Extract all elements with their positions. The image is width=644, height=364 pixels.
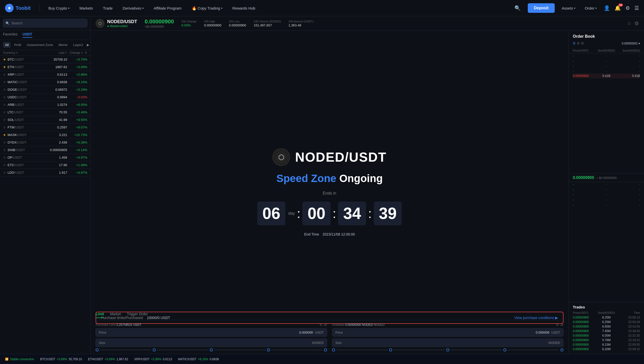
search-input[interactable] xyxy=(3,19,87,27)
buy-refresh-icon[interactable]: ↻ xyxy=(319,323,323,327)
nav-trade[interactable]: Trade xyxy=(100,5,115,12)
coin-row[interactable]: ★ ETH/USDT 1867.62 +3.09% xyxy=(0,63,90,71)
col-header-last[interactable]: Last ⇅ xyxy=(42,51,67,55)
coin-star-icon[interactable]: ☆ xyxy=(3,125,6,129)
search-icon[interactable]: 🔍 xyxy=(514,5,521,11)
coin-row[interactable]: ☆ FTM/USDT 0.2597 +9.07% xyxy=(0,124,90,131)
coin-row[interactable]: ☆ OP/USDT 1.458 +4.97% xyxy=(0,154,90,161)
ob-decimal-selector[interactable]: 0.00000001 ▾ xyxy=(622,42,640,45)
sell-slider-75[interactable] xyxy=(503,348,506,351)
col-header-change[interactable]: Change ⇅ ↻ xyxy=(67,51,87,55)
buy-slider-75[interactable] xyxy=(267,348,270,351)
settings-icon[interactable]: ⚙ xyxy=(625,5,630,11)
ob-ask-row: - - - xyxy=(573,53,640,58)
buy-slider-50[interactable] xyxy=(210,348,213,351)
sell-refresh-icon[interactable]: ↻ xyxy=(556,323,559,327)
coin-star-icon[interactable]: ☆ xyxy=(3,118,6,122)
sell-size-input[interactable]: Size NODED xyxy=(332,339,564,347)
nav-copy-trading[interactable]: 🔥 Copy Trading ▾ xyxy=(189,5,225,12)
coin-row[interactable]: ☆ ARB/USDT 1.0274 +8.00% xyxy=(0,101,90,109)
filter-all[interactable]: All xyxy=(3,42,11,48)
coin-row[interactable]: ★ BTC/USDT 35709.10 +3.70% xyxy=(0,56,90,63)
sort-last-icon: ⇅ xyxy=(65,52,67,54)
filter-pow[interactable]: PoW xyxy=(12,42,23,48)
trades-rows: 0.00000900 8.25M 22:56:13 0.00000900 6.2… xyxy=(573,315,640,351)
nav-derivatives[interactable]: Derivatives ▾ xyxy=(120,5,146,12)
coin-star-icon[interactable]: ☆ xyxy=(3,163,6,167)
buy-price-input[interactable]: Price 0.000009 USDT xyxy=(96,328,327,337)
filter-meme[interactable]: Meme xyxy=(57,42,70,48)
coin-last-price: 3.221 xyxy=(42,133,67,137)
nav-affiliate[interactable]: Affiliate Program xyxy=(151,5,184,12)
nav-buy-crypto[interactable]: Buy Crypto ▾ xyxy=(46,5,72,12)
sell-slider-25[interactable] xyxy=(389,348,392,351)
nav-markets[interactable]: Markets xyxy=(77,5,95,12)
refresh-icon[interactable]: ↻ xyxy=(85,51,87,55)
coin-row[interactable]: ☆ USDC/USDT 0.9994 -0.03% xyxy=(0,94,90,101)
bottom-ticker-item[interactable]: MATIC/USDT +8.16% 0.6838 xyxy=(178,357,219,361)
ob-view-both[interactable]: ≡ xyxy=(573,41,576,46)
ticker-settings-icon[interactable]: ⚙ xyxy=(634,20,639,26)
coin-name: USDC/USDT xyxy=(8,95,42,99)
buy-size-input[interactable]: Size NODED xyxy=(96,339,327,347)
coin-star-icon[interactable]: ★ xyxy=(3,65,6,69)
coin-star-icon[interactable]: ☆ xyxy=(3,110,6,114)
buy-transfer-icon[interactable]: ⇄ xyxy=(324,323,327,327)
tab-market[interactable]: Market xyxy=(110,312,121,318)
coin-row[interactable]: ☆ SHIB/USDT 0.00000805 +4.14% xyxy=(0,146,90,154)
coin-row[interactable]: ☆ DYDX/USDT 2.436 +6.38% xyxy=(0,139,90,146)
sell-slider-100[interactable] xyxy=(560,348,564,351)
filter-layer2[interactable]: Layer2 xyxy=(71,42,85,48)
nav-order[interactable]: Order ▾ xyxy=(582,5,599,12)
sell-slider-50[interactable] xyxy=(446,348,449,351)
nav-rewards-hub[interactable]: Rewards Hub xyxy=(230,5,258,12)
buy-slider-100[interactable] xyxy=(324,348,327,351)
coin-row[interactable]: ☆ DOGE/USDT 0.06972 +3.29% xyxy=(0,86,90,94)
notification-bell[interactable]: 🔔 18 xyxy=(615,5,621,11)
coin-star-icon[interactable]: ☆ xyxy=(3,103,6,107)
coin-name: ETC/USDT xyxy=(8,163,42,167)
sell-slider-0[interactable] xyxy=(332,348,335,351)
tab-trigger[interactable]: Trigger Order xyxy=(127,312,148,318)
bottom-ticker-item[interactable]: BTC/USDT +3.69% 35,709.10 xyxy=(40,357,82,361)
coin-star-icon[interactable]: ☆ xyxy=(3,156,6,159)
filter-more[interactable]: ▶ xyxy=(87,43,89,47)
filter-assessment[interactable]: Assessment Zone xyxy=(25,42,55,48)
favorite-star-icon[interactable]: ☆ xyxy=(627,20,631,26)
coin-row[interactable]: ☆ MATIC/USDT 0.6838 +8.16% xyxy=(0,78,90,86)
coin-row[interactable]: ☆ LDO/USDT 1.917 +4.87% xyxy=(0,169,90,176)
coin-star-icon[interactable]: ★ xyxy=(3,58,6,61)
nav-assets[interactable]: Assets ▾ xyxy=(559,5,578,12)
coin-row[interactable]: ★ MASK/USDT 3.221 +10.73% xyxy=(0,131,90,139)
coin-row[interactable]: ☆ SOL/USDT 41.99 +9.55% xyxy=(0,116,90,124)
tab-usdt[interactable]: USDT xyxy=(23,32,32,38)
deposit-button[interactable]: Deposit xyxy=(528,3,555,13)
tab-limit[interactable]: Limit xyxy=(96,312,104,318)
coin-row[interactable]: ☆ XRP/USDT 0.6113 +2.86% xyxy=(0,71,90,78)
buy-slider-25[interactable] xyxy=(153,348,156,351)
coin-star-icon[interactable]: ☆ xyxy=(3,141,6,144)
bottom-ticker-item[interactable]: ETH/USDT +3.09% 1,867.62 xyxy=(88,357,128,361)
bottom-ticker-item[interactable]: XRP/USDT +2.86% 0.6113 xyxy=(134,357,172,361)
tab-favorites[interactable]: Favorites xyxy=(3,32,18,38)
coin-star-icon[interactable]: ☆ xyxy=(3,88,6,92)
coin-star-icon[interactable]: ☆ xyxy=(3,73,6,76)
coin-row[interactable]: ☆ LTC/USDT 70.55 +3.48% xyxy=(0,109,90,116)
coin-star-icon[interactable]: ☆ xyxy=(3,95,6,99)
col-header-currency[interactable]: Currency ⇅ xyxy=(3,51,42,55)
logo[interactable]: ⊕ Toobit xyxy=(5,4,31,12)
ob-ask-rows: - - - - - - - - - - xyxy=(569,53,644,173)
user-icon[interactable]: 👤 xyxy=(604,5,610,11)
coin-star-icon[interactable]: ☆ xyxy=(3,148,6,152)
coin-star-icon[interactable]: ☆ xyxy=(3,171,6,174)
menu-icon[interactable]: ☰ xyxy=(634,5,639,11)
coin-row[interactable]: ☆ ETC/USDT 17.90 +1.99% xyxy=(0,161,90,169)
trades-col-headers: Price(USDT) Size(NODED) Time xyxy=(573,311,640,314)
sell-transfer-icon[interactable]: ⇄ xyxy=(560,323,564,327)
ob-view-asks[interactable]: ≡ xyxy=(577,41,580,46)
buy-slider-0[interactable] xyxy=(96,348,99,351)
coin-star-icon[interactable]: ☆ xyxy=(3,80,6,84)
ob-view-bids[interactable]: ≡ xyxy=(581,41,584,46)
coin-star-icon[interactable]: ★ xyxy=(3,133,6,137)
sell-price-input[interactable]: Price 0.000009 USDT xyxy=(332,328,564,337)
